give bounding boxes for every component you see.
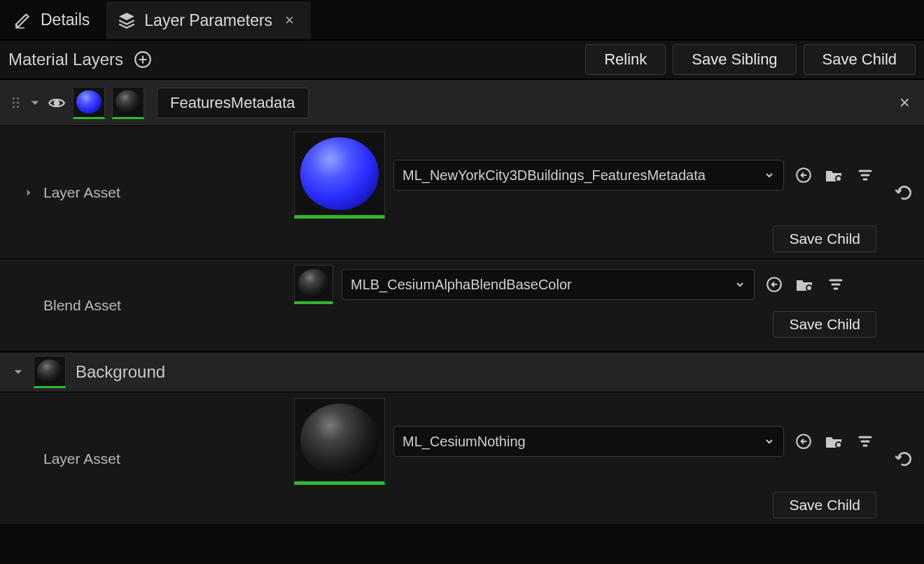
save-sibling-button[interactable]: Save Sibling [673,44,796,75]
material-layers-title: Material Layers [8,50,123,69]
tab-details[interactable]: Details [3,0,106,39]
browse-to-icon[interactable] [823,164,846,186]
blend-asset-label-text: Blend Asset [43,297,121,314]
layer-asset-dropdown[interactable]: ML_NewYorkCity3DBuildings_FeaturesMetada… [393,160,784,191]
save-child-button[interactable]: Save Child [773,226,876,252]
layer-name-chip[interactable]: FeaturesMetadata [157,88,309,118]
revert-arrow-icon[interactable] [895,184,913,202]
layer-header-featuresmetadata: FeaturesMetadata × [0,80,924,126]
browse-to-icon[interactable] [794,273,816,296]
layer-asset-label: Layer Asset [0,392,294,525]
layer-asset-label-text: Layer Asset [43,450,120,467]
close-icon[interactable]: × [285,11,294,29]
use-selected-icon[interactable] [792,164,815,186]
blend-asset-value: MLB_CesiumAlphaBlendBaseColor [351,277,572,293]
tab-details-label: Details [41,11,90,29]
chevron-down-icon[interactable] [29,97,41,109]
save-child-button[interactable]: Save Child [804,44,916,75]
save-child-button[interactable]: Save Child [773,311,876,338]
details-pencil-icon [14,11,32,29]
visibility-icon[interactable] [48,94,66,112]
chevron-down-icon [764,170,775,181]
use-selected-icon[interactable] [763,273,785,296]
relink-button[interactable]: Relink [585,44,666,75]
layer-asset-thumbnail[interactable] [294,398,385,485]
browse-to-icon[interactable] [823,430,846,453]
svg-point-1 [55,100,59,105]
layer-asset-dropdown[interactable]: ML_CesiumNothing [393,426,784,457]
layer-asset-label: Layer Asset [0,126,294,259]
chevron-down-icon[interactable] [13,366,24,378]
chevron-down-icon [734,279,746,290]
tab-layer-parameters[interactable]: Layer Parameters × [106,0,311,39]
filter-icon[interactable] [854,430,876,453]
drag-handle-icon[interactable] [13,97,22,108]
layer-header-background: Background [0,352,924,392]
add-layer-button[interactable] [133,50,153,69]
blend-asset-dropdown[interactable]: MLB_CesiumAlphaBlendBaseColor [342,269,755,300]
blend-asset-row: Blend Asset MLB_CesiumAlphaBlendBaseColo… [0,259,924,352]
chevron-down-icon [764,436,775,447]
revert-arrow-icon[interactable] [895,450,913,468]
layer-asset-row-features: Layer Asset ML_NewYorkCity3DBuildings_Fe… [0,126,924,259]
blend-asset-label: Blend Asset [0,259,294,351]
layer-asset-value: ML_NewYorkCity3DBuildings_FeaturesMetada… [402,167,706,184]
layer-asset-value: ML_CesiumNothing [402,434,526,450]
expand-right-icon[interactable] [24,188,34,198]
layer-asset-thumbnail[interactable] [294,132,385,219]
layers-stack-icon [118,11,136,29]
material-layers-toolbar: Material Layers Relink Save Sibling Save… [0,41,924,80]
save-child-button[interactable]: Save Child [773,492,876,518]
filter-icon[interactable] [825,273,847,296]
layer-asset-row-background: Layer Asset ML_CesiumNothing Save Child [0,392,924,525]
blend-asset-thumbnail[interactable] [294,265,333,304]
background-thumbnail [34,356,66,388]
tab-layer-parameters-label: Layer Parameters [144,11,272,30]
layer-thumbnail-blue [73,87,105,119]
use-selected-icon[interactable] [792,430,815,453]
tab-bar: Details Layer Parameters × [0,0,924,41]
remove-layer-button[interactable]: × [894,89,916,116]
filter-icon[interactable] [854,164,876,186]
layer-asset-label-text: Layer Asset [43,184,120,201]
background-title: Background [76,362,165,382]
layer-thumbnail-dark [112,87,144,119]
